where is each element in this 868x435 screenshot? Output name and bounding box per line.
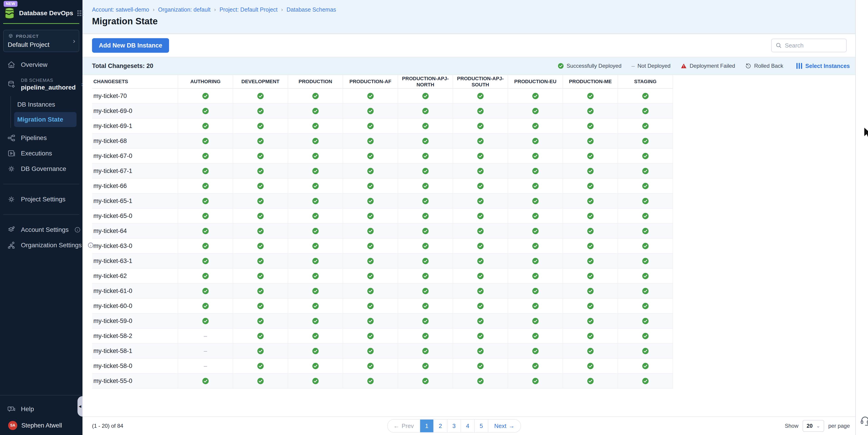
status-success-icon [233, 178, 288, 193]
sidebar-collapse-handle[interactable]: ◀ [78, 396, 83, 416]
sidebar-item-label: DB Instances [17, 101, 55, 108]
column-header: AUTHORING [178, 75, 233, 88]
status-not-deployed: – [178, 359, 233, 373]
changeset-name: my-ticket-69-1 [92, 118, 178, 133]
page-size-value: 20 [807, 423, 813, 429]
status-success-icon [453, 373, 508, 389]
status-success-icon [233, 88, 288, 103]
status-success-icon [343, 269, 398, 283]
status-success-icon [453, 133, 508, 148]
status-success-icon [178, 299, 233, 313]
status-success-icon [398, 329, 453, 343]
status-success-icon [563, 223, 618, 239]
page-size-select[interactable]: 20 ⌄ [803, 420, 824, 432]
sidebar-item-db-schemas[interactable]: DB SCHEMAS pipeline_authored › [0, 72, 83, 96]
sidebar-item-db-instances[interactable]: DB Instances [11, 97, 76, 112]
column-header: PRODUCTION-ME [563, 75, 618, 88]
pager: ← Prev 12345 Next → [387, 419, 521, 433]
table-row: my-ticket-63-0 [92, 239, 673, 253]
status-success-icon [563, 343, 618, 359]
breadcrumb-link[interactable]: Project: Default Project [219, 6, 278, 13]
status-success-icon [343, 163, 398, 178]
status-success-icon [618, 343, 673, 359]
table-row: my-ticket-67-0 [92, 148, 673, 163]
status-success-icon [508, 133, 563, 148]
sidebar-item-label: Pipelines [21, 134, 47, 142]
page-button-5[interactable]: 5 [474, 420, 488, 432]
legend-rolled-back: Rolled Back [745, 63, 783, 69]
status-success-icon [453, 269, 508, 283]
status-success-icon [178, 103, 233, 118]
select-instances-link[interactable]: Select Instances [797, 63, 850, 69]
page-button-2[interactable]: 2 [433, 420, 447, 432]
status-success-icon [618, 88, 673, 103]
status-success-icon [398, 148, 453, 163]
changeset-name: my-ticket-63-1 [92, 253, 178, 269]
status-success-icon [178, 253, 233, 269]
status-success-icon [508, 118, 563, 133]
search-input[interactable] [771, 39, 847, 52]
support-headset-icon[interactable] [860, 415, 868, 426]
status-success-icon [398, 313, 453, 329]
status-success-icon [618, 373, 673, 389]
prev-page-button[interactable]: ← Prev [388, 420, 420, 432]
status-success-icon [563, 88, 618, 103]
status-success-icon [563, 253, 618, 269]
next-page-button[interactable]: Next → [488, 420, 520, 432]
page-button-4[interactable]: 4 [461, 420, 474, 432]
status-success-icon [398, 299, 453, 313]
changeset-name: my-ticket-69-0 [92, 103, 178, 118]
breadcrumb-link[interactable]: Organization: default [158, 6, 211, 13]
status-success-icon [398, 373, 453, 389]
sidebar-item-account-settings[interactable]: Account Settings [0, 222, 83, 238]
status-success-icon [508, 178, 563, 193]
info-icon[interactable] [87, 242, 94, 249]
sidebar-item-db-governance[interactable]: DB Governance [0, 161, 83, 177]
status-success-icon [288, 103, 343, 118]
table-row: my-ticket-55-0 [92, 373, 673, 389]
changeset-name: my-ticket-58-0 [92, 359, 178, 373]
sidebar-item-project-settings[interactable]: Project Settings [0, 192, 83, 207]
sidebar-item-migration-state[interactable]: Migration State [14, 112, 76, 127]
sidebar-item-organization-settings[interactable]: Organization Settings [0, 238, 83, 253]
page-header: Account: satwell-demo›Organization: defa… [83, 0, 855, 34]
table-row: my-ticket-65-0 [92, 209, 673, 223]
divider [0, 395, 83, 396]
status-success-icon [508, 329, 563, 343]
info-icon[interactable] [74, 226, 81, 233]
status-success-icon [618, 359, 673, 373]
app-root: NEW Database DevOps PROJECT [0, 0, 868, 435]
page-button-1[interactable]: 1 [420, 420, 433, 432]
status-success-icon [398, 359, 453, 373]
table-row: my-ticket-63-1 [92, 253, 673, 269]
status-success-icon [563, 283, 618, 299]
project-selector[interactable]: PROJECT Default Project › [3, 30, 79, 52]
sidebar-item-executions[interactable]: Executions [0, 146, 83, 161]
user-menu[interactable]: SA Stephen Atwell [0, 417, 83, 435]
status-success-icon [508, 359, 563, 373]
status-success-icon [178, 148, 233, 163]
page-button-3[interactable]: 3 [447, 420, 461, 432]
sidebar-item-help[interactable]: Help [0, 401, 83, 417]
changeset-name: my-ticket-61-0 [92, 283, 178, 299]
status-success-icon [453, 88, 508, 103]
breadcrumb-link[interactable]: Database Schemas [286, 6, 336, 13]
status-success-icon [343, 299, 398, 313]
status-success-icon [618, 299, 673, 313]
status-success-icon [618, 269, 673, 283]
sidebar-item-overview[interactable]: Overview [0, 57, 83, 72]
apps-grid-icon[interactable] [77, 10, 84, 17]
changeset-name: my-ticket-58-1 [92, 343, 178, 359]
status-success-icon [288, 178, 343, 193]
status-success-icon [288, 359, 343, 373]
changeset-name: my-ticket-63-0 [92, 239, 178, 253]
status-success-icon [233, 193, 288, 209]
add-db-instance-button[interactable]: Add New DB Instance [92, 38, 169, 53]
status-success-icon [453, 329, 508, 343]
status-success-icon [288, 118, 343, 133]
status-success-icon [563, 193, 618, 209]
status-success-icon [178, 118, 233, 133]
sidebar-item-pipelines[interactable]: Pipelines [0, 130, 83, 146]
breadcrumb-link[interactable]: Account: satwell-demo [92, 6, 149, 13]
status-success-icon [288, 88, 343, 103]
